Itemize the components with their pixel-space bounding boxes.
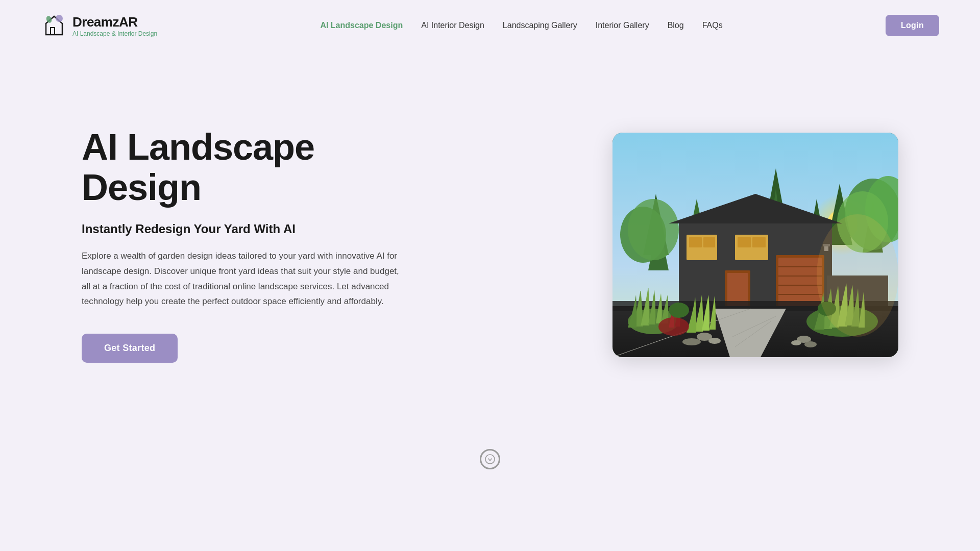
login-button[interactable]: Login xyxy=(886,15,939,36)
header: DreamzAR AI Landscape & Interior Design … xyxy=(0,0,980,51)
hero-title: AI Landscape Design xyxy=(82,127,408,208)
svg-point-56 xyxy=(485,455,495,464)
logo-tagline: AI Landscape & Interior Design xyxy=(72,30,157,37)
hero-image-wrapper xyxy=(408,133,898,357)
logo[interactable]: DreamzAR AI Landscape & Interior Design xyxy=(41,12,157,39)
svg-rect-31 xyxy=(703,237,715,247)
scroll-indicator xyxy=(0,439,980,480)
hero-image-container xyxy=(612,133,898,357)
nav-landscaping-gallery[interactable]: Landscaping Gallery xyxy=(503,21,577,30)
main-nav: AI Landscape Design AI Interior Design L… xyxy=(320,21,722,30)
svg-rect-33 xyxy=(738,237,751,247)
nav-faqs[interactable]: FAQs xyxy=(702,21,723,30)
nav-ai-landscape[interactable]: AI Landscape Design xyxy=(320,21,403,30)
hero-subtitle: Instantly Redesign Your Yard With AI xyxy=(82,222,408,236)
svg-point-49 xyxy=(682,338,701,345)
svg-point-48 xyxy=(708,338,721,344)
hero-description: Explore a wealth of garden design ideas … xyxy=(82,248,408,309)
svg-point-51 xyxy=(791,340,801,345)
svg-rect-0 xyxy=(51,28,55,35)
svg-rect-30 xyxy=(689,237,702,247)
logo-icon xyxy=(41,12,67,39)
svg-point-1 xyxy=(56,15,63,22)
svg-point-55 xyxy=(817,214,898,337)
svg-point-15 xyxy=(628,199,679,260)
get-started-button[interactable]: Get Started xyxy=(82,334,178,363)
hero-landscape-image xyxy=(612,133,898,357)
svg-rect-34 xyxy=(752,237,766,247)
logo-name: DreamzAR xyxy=(72,14,157,30)
nav-ai-interior[interactable]: AI Interior Design xyxy=(421,21,484,30)
logo-text-block: DreamzAR AI Landscape & Interior Design xyxy=(72,14,157,37)
hero-section: AI Landscape Design Instantly Redesign Y… xyxy=(0,51,980,439)
hero-content: AI Landscape Design Instantly Redesign Y… xyxy=(82,127,408,363)
svg-point-52 xyxy=(804,341,817,347)
nav-interior-gallery[interactable]: Interior Gallery xyxy=(596,21,649,30)
svg-point-53 xyxy=(669,303,689,318)
nav-blog[interactable]: Blog xyxy=(668,21,684,30)
svg-rect-22 xyxy=(778,258,822,306)
scroll-down-icon xyxy=(480,449,500,469)
